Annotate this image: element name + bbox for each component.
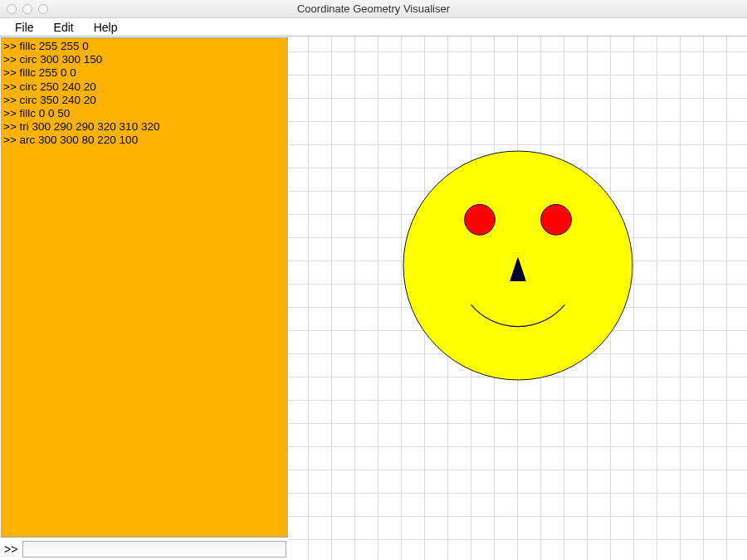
history-line: >> fillc 0 0 50 <box>3 107 286 120</box>
drawing-canvas <box>289 37 747 560</box>
close-window-button[interactable] <box>7 4 17 14</box>
history-line: >> fillc 255 255 0 <box>3 40 286 53</box>
menu-file[interactable]: File <box>5 19 44 36</box>
window-title: Coordinate Geometry Visualiser <box>0 2 747 15</box>
history-line: >> fillc 255 0 0 <box>3 66 286 80</box>
history-line: >> circ 250 240 20 <box>3 80 286 94</box>
menubar: File Edit Help <box>0 18 747 37</box>
shape-circle <box>541 204 572 235</box>
history-line: >> arc 300 300 80 220 100 <box>3 134 286 147</box>
window-titlebar: Coordinate Geometry Visualiser <box>0 0 747 18</box>
zoom-window-button[interactable] <box>38 4 48 14</box>
minimize-window-button[interactable] <box>22 4 32 14</box>
left-column: >> fillc 255 255 0>> circ 300 300 150>> … <box>0 37 289 560</box>
menu-edit[interactable]: Edit <box>44 19 84 36</box>
menu-help[interactable]: Help <box>84 19 128 36</box>
command-prompt-row: >> <box>1 538 288 559</box>
command-input[interactable] <box>22 541 286 558</box>
history-line: >> circ 350 240 20 <box>3 94 286 107</box>
window-controls <box>0 4 48 14</box>
canvas-svg <box>289 37 747 560</box>
history-line: >> tri 300 290 290 320 310 320 <box>3 120 286 134</box>
main-area: >> fillc 255 255 0>> circ 300 300 150>> … <box>0 37 747 560</box>
history-line: >> circ 300 300 150 <box>3 53 286 66</box>
command-history-panel: >> fillc 255 255 0>> circ 300 300 150>> … <box>1 37 288 538</box>
prompt-label: >> <box>2 543 17 556</box>
shape-circle <box>465 204 496 235</box>
